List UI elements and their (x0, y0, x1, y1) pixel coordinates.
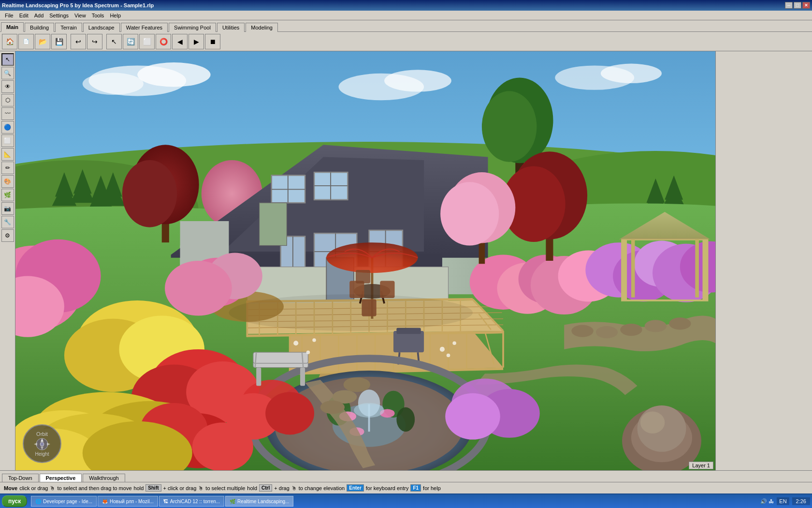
tool-wrench[interactable]: 🔧 (1, 216, 14, 228)
taskbar-item-1[interactable]: 🌐 Developer page - Ide... (31, 496, 97, 507)
svg-point-147 (645, 320, 667, 332)
taskbar-label-2: Новый рлп - Mozil... (110, 499, 154, 504)
titlebar: Realtime Landscaping Pro 5 by Idea Spect… (0, 0, 812, 11)
svg-point-186 (445, 393, 500, 440)
toolbar-circle[interactable]: ⭕ (156, 34, 171, 49)
tool-paint[interactable]: 🎨 (1, 175, 14, 188)
systray-icons: 🔊 🖧 (760, 498, 774, 505)
status-desc3: hold (134, 485, 144, 491)
tab-swimming-pool[interactable]: Swimming Pool (169, 23, 216, 32)
taskbar-icon-4: 🌿 (230, 499, 235, 504)
statusbar: Move click or drag 🖱 to select and then … (0, 482, 812, 493)
taskbar-item-2[interactable]: 🦊 Новый рлп - Mozil... (98, 496, 158, 507)
taskbar-right: 🔊 🖧 EN 2:26 (760, 497, 810, 505)
tool-curve[interactable]: 〰 (1, 107, 14, 120)
status-desc7: + drag (274, 485, 290, 491)
taskbar-label-4: Realtime Landscaping... (237, 499, 289, 504)
view-tab-perspective[interactable]: Perspective (40, 474, 82, 482)
tool-circle[interactable]: 🔵 (1, 121, 14, 134)
taskbar-item-3[interactable]: 🏗 ArchiCAD 12 :: torren... (159, 496, 224, 507)
status-icon2: 🖱 (198, 485, 203, 491)
tool-camera[interactable]: 📷 (1, 202, 14, 215)
menu-tools[interactable]: Tools (89, 12, 107, 19)
toolbar-undo[interactable]: ↩ (71, 34, 86, 49)
tool-pen[interactable]: ✏ (1, 162, 14, 174)
height-label: Height (35, 451, 49, 457)
close-button[interactable]: ✕ (802, 2, 810, 9)
menu-help[interactable]: Help (107, 12, 124, 19)
toolbar-redo[interactable]: ↪ (87, 34, 102, 49)
status-desc1: click or drag (19, 485, 48, 491)
tab-building[interactable]: Building (25, 23, 54, 32)
status-desc4: + click or drag (163, 485, 197, 491)
toolbar-select[interactable]: ↖ (106, 34, 122, 49)
taskbar: пуск 🌐 Developer page - Ide... 🦊 Новый р… (0, 493, 812, 508)
svg-point-166 (344, 377, 370, 392)
viewport[interactable]: Orbit Height Orbit Height Layer 1 (15, 51, 715, 470)
svg-point-148 (669, 317, 691, 329)
minimize-button[interactable]: ─ (785, 2, 793, 9)
toolbar-scale[interactable]: ⬜ (139, 34, 155, 49)
tool-rect[interactable]: ⬜ (1, 134, 14, 147)
tab-main[interactable]: Main (1, 22, 24, 32)
menu-add[interactable]: Add (31, 12, 47, 19)
tool-select[interactable]: ↖ (1, 53, 14, 66)
toolbar-home[interactable]: 🏠 (2, 34, 17, 49)
view-tab-walkthrough[interactable]: Walkthrough (83, 474, 125, 482)
tool-view[interactable]: 👁 (1, 80, 14, 93)
view-tab-topdown[interactable]: Top-Down (2, 474, 39, 482)
tab-landscape[interactable]: Landscape (83, 23, 120, 32)
right-panel (715, 51, 812, 470)
toolbar-save[interactable]: 💾 (51, 34, 67, 49)
toolbar-next[interactable]: ▶ (188, 34, 204, 49)
svg-point-145 (596, 326, 618, 338)
view-tabs: Top-Down Perspective Walkthrough (0, 470, 812, 482)
tab-modeling[interactable]: Modeling (246, 23, 278, 32)
toolbar-rotate[interactable]: 🔄 (123, 34, 138, 49)
content-area: ↖ 🔍 👁 ⬡ 〰 🔵 ⬜ 📐 ✏ 🎨 🌿 📷 🔧 ⚙ (0, 51, 812, 470)
svg-rect-181 (253, 352, 308, 363)
svg-point-42 (482, 91, 537, 162)
tab-bar: Main Building Terrain Landscape Water Fe… (0, 20, 812, 32)
key-ctrl: Ctrl (259, 484, 272, 492)
svg-point-197 (40, 442, 44, 446)
svg-point-137 (440, 182, 499, 245)
menu-edit[interactable]: Edit (16, 12, 31, 19)
toolbar-prev[interactable]: ◀ (172, 34, 188, 49)
svg-point-191 (440, 347, 445, 352)
tool-hex[interactable]: ⬡ (1, 94, 14, 106)
key-shift: Shift (145, 484, 161, 492)
taskbar-icon-3: 🏗 (163, 499, 168, 504)
taskbar-label-3: ArchiCAD 12 :: torren... (170, 499, 220, 504)
menu-view[interactable]: View (72, 12, 89, 19)
tab-terrain[interactable]: Terrain (55, 23, 82, 32)
status-desc2: to select and then drag to move (57, 485, 131, 491)
compass-control[interactable]: Orbit Height (23, 424, 61, 463)
tab-water-features[interactable]: Water Features (121, 23, 168, 32)
key-enter: Enter (347, 484, 364, 492)
taskbar-icon-1: 🌐 (35, 499, 41, 504)
status-action: Move (4, 485, 17, 491)
svg-point-168 (320, 401, 345, 414)
tool-settings[interactable]: ⚙ (1, 229, 14, 242)
start-button[interactable]: пуск (2, 495, 27, 507)
toolbar-open[interactable]: 📂 (35, 34, 50, 49)
viewport-scene: Orbit Height Orbit Height (15, 51, 715, 470)
tab-utilities[interactable]: Utilities (217, 23, 245, 32)
toolbar: 🏠 📄 📂 💾 ↩ ↪ ↖ 🔄 ⬜ ⭕ ◀ ▶ ⏹ (0, 32, 812, 51)
menu-file[interactable]: File (2, 12, 16, 19)
svg-rect-62 (260, 203, 287, 245)
toolbar-new[interactable]: 📄 (18, 34, 34, 49)
tool-plant[interactable]: 🌿 (1, 189, 14, 201)
svg-rect-140 (622, 239, 627, 300)
svg-point-3 (83, 73, 144, 95)
tool-measure[interactable]: 📐 (1, 148, 14, 161)
taskbar-item-4[interactable]: 🌿 Realtime Landscaping... (225, 496, 293, 507)
maximize-button[interactable]: □ (794, 2, 801, 9)
taskbar-icon-2: 🦊 (102, 499, 108, 504)
tool-zoom[interactable]: 🔍 (1, 67, 14, 79)
status-desc8: to change elevation (299, 485, 345, 491)
toolbar-stop[interactable]: ⏹ (205, 34, 220, 49)
menu-settings[interactable]: Settings (46, 12, 72, 19)
svg-rect-112 (393, 331, 424, 352)
